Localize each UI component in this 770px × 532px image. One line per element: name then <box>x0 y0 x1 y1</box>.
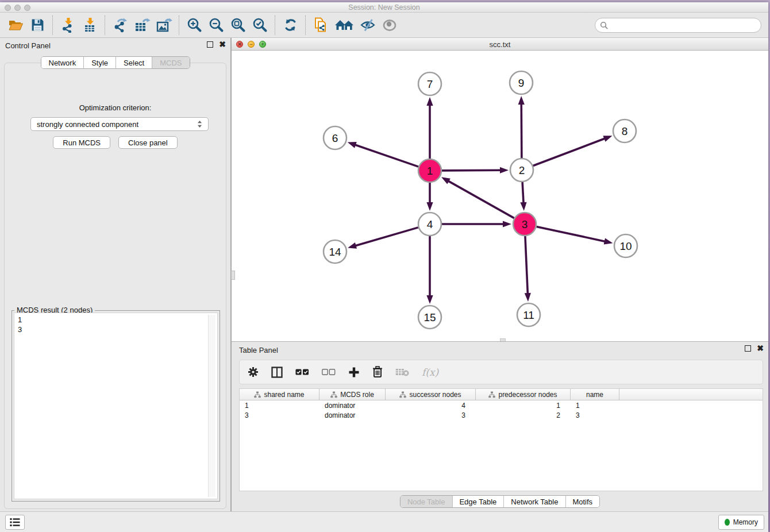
close-panel-icon[interactable]: ✖ <box>219 41 226 48</box>
zoom-selected-button[interactable] <box>251 17 268 34</box>
table-panel-title: Table Panel <box>239 346 278 354</box>
zoom-fit-button[interactable] <box>229 17 247 34</box>
hide-selected-button[interactable] <box>359 17 376 34</box>
run-mcds-button[interactable]: Run MCDS <box>53 136 110 149</box>
search-input[interactable] <box>595 18 761 33</box>
task-history-button[interactable] <box>5 515 25 530</box>
app-titlebar: Session: New Session <box>0 2 768 13</box>
show-all-button[interactable] <box>381 17 398 34</box>
save-session-button[interactable] <box>29 17 46 34</box>
control-panel: Control Panel ✖ Network Style Select MCD… <box>0 38 231 511</box>
duplicate-network-button[interactable] <box>312 17 329 34</box>
graph-node-9[interactable]: 9 <box>510 71 533 94</box>
graph-edge-1-2[interactable] <box>442 170 501 171</box>
zoom-in-button[interactable] <box>186 17 203 34</box>
settings-gear-icon[interactable] <box>248 367 259 377</box>
graph-edge-1-6[interactable] <box>355 145 418 167</box>
graph-edge-2-9[interactable] <box>521 103 522 158</box>
tab-node-table[interactable]: Node Table <box>401 496 453 507</box>
export-table-button[interactable] <box>133 17 151 34</box>
graph-edge-4-14[interactable] <box>355 228 418 246</box>
result-scrollbar[interactable] <box>208 315 215 497</box>
graph-node-7[interactable]: 7 <box>418 72 441 95</box>
graph-edge-arrowhead <box>426 97 433 106</box>
cell-shared-name: 3 <box>240 411 319 419</box>
graph-node-6[interactable]: 6 <box>324 126 346 149</box>
function-builder-icon[interactable]: f(x) <box>422 367 438 378</box>
graph-node-4[interactable]: 4 <box>418 213 441 236</box>
column-header-predecessor-nodes[interactable]: predecessor nodes <box>476 389 571 400</box>
network-window-titlebar: ✕ − + scc.txt <box>232 38 768 51</box>
zoom-out-button[interactable] <box>207 17 225 34</box>
import-network-button[interactable] <box>59 17 76 34</box>
splitter-handle[interactable] <box>231 271 235 280</box>
tab-edge-table[interactable]: Edge Table <box>452 496 504 507</box>
graph-node-3[interactable]: 3 <box>513 213 536 236</box>
graph-node-14[interactable]: 14 <box>324 240 346 263</box>
graph-edge-2-8[interactable] <box>533 138 606 166</box>
table-row[interactable]: 1 dominator 4 1 1 <box>240 400 763 410</box>
tab-select[interactable]: Select <box>116 57 152 68</box>
graph-edge-arrowhead <box>500 167 509 174</box>
toolbar-separator <box>179 16 179 35</box>
import-table-button[interactable] <box>81 17 98 34</box>
tab-network[interactable]: Network <box>41 57 84 68</box>
zoom-selected-icon <box>252 17 268 33</box>
graph-node-1[interactable]: 1 <box>418 159 441 182</box>
column-type-icon <box>488 391 495 398</box>
column-header-name[interactable]: name <box>571 389 619 400</box>
tab-motifs[interactable]: Motifs <box>565 496 599 507</box>
export-image-button[interactable] <box>155 17 172 34</box>
float-panel-icon[interactable] <box>207 41 213 48</box>
mcds-result-textarea[interactable]: 1 3 <box>14 313 218 499</box>
split-pane-icon[interactable] <box>271 367 283 378</box>
select-all-columns-icon[interactable] <box>295 369 309 376</box>
graph-node-10[interactable]: 10 <box>614 234 637 257</box>
graph-edge-2-3[interactable] <box>522 182 523 203</box>
tab-network-table[interactable]: Network Table <box>504 496 565 507</box>
import-network-icon <box>60 17 76 33</box>
graph-node-2[interactable]: 2 <box>510 159 533 182</box>
graph-edge-3-10[interactable] <box>537 226 606 241</box>
open-file-button[interactable] <box>7 17 24 34</box>
first-neighbors-button[interactable] <box>334 17 355 34</box>
graph-node-label: 8 <box>622 125 628 137</box>
cell-shared-name: 1 <box>240 402 319 410</box>
optimization-criterion-select[interactable]: strongly connected component <box>30 117 209 131</box>
list-icon <box>10 518 20 527</box>
graph-node-label: 2 <box>519 164 525 176</box>
network-view-window: ✕ − + scc.txt 7968124314101511 <box>231 38 768 341</box>
table-header-row: shared name MCDS role successor nodes pr… <box>240 389 763 400</box>
graph-edge-3-11[interactable] <box>525 236 528 294</box>
graph-node-11[interactable]: 11 <box>517 303 540 326</box>
graph-node-8[interactable]: 8 <box>613 119 636 142</box>
control-panel-title: Control Panel <box>5 41 51 50</box>
column-header-mcds-role[interactable]: MCDS role <box>319 389 386 400</box>
optimization-criterion-value: strongly connected component <box>37 120 138 129</box>
toolbar-separator <box>105 16 105 35</box>
table-row[interactable]: 3 dominator 3 2 3 <box>240 410 763 420</box>
network-canvas[interactable]: 7968124314101511 <box>232 51 768 341</box>
export-network-button[interactable] <box>111 17 129 34</box>
tab-mcds[interactable]: MCDS <box>152 57 189 68</box>
add-column-icon[interactable] <box>348 367 360 378</box>
column-header-successor-nodes[interactable]: successor nodes <box>386 389 476 400</box>
graph-node-15[interactable]: 15 <box>418 306 441 329</box>
tab-style[interactable]: Style <box>84 57 116 68</box>
network-graph[interactable]: 7968124314101511 <box>232 51 767 341</box>
float-panel-icon[interactable] <box>745 345 751 352</box>
refresh-view-button[interactable] <box>282 17 299 34</box>
delete-column-icon[interactable] <box>372 366 383 378</box>
memory-button[interactable]: Memory <box>718 515 764 530</box>
deselect-all-columns-icon[interactable] <box>322 369 336 376</box>
column-header-shared-name[interactable]: shared name <box>240 389 319 400</box>
column-type-icon <box>330 391 337 398</box>
close-panel-icon[interactable]: ✖ <box>757 345 764 352</box>
node-table: shared name MCDS role successor nodes pr… <box>239 388 763 491</box>
main-toolbar <box>0 13 768 38</box>
close-panel-button[interactable]: Close panel <box>118 136 178 149</box>
delete-table-icon[interactable] <box>395 368 409 376</box>
duplicate-network-icon <box>313 17 329 33</box>
graph-edge-3-1[interactable] <box>448 181 514 218</box>
cell-mcds-role: dominator <box>319 411 386 419</box>
